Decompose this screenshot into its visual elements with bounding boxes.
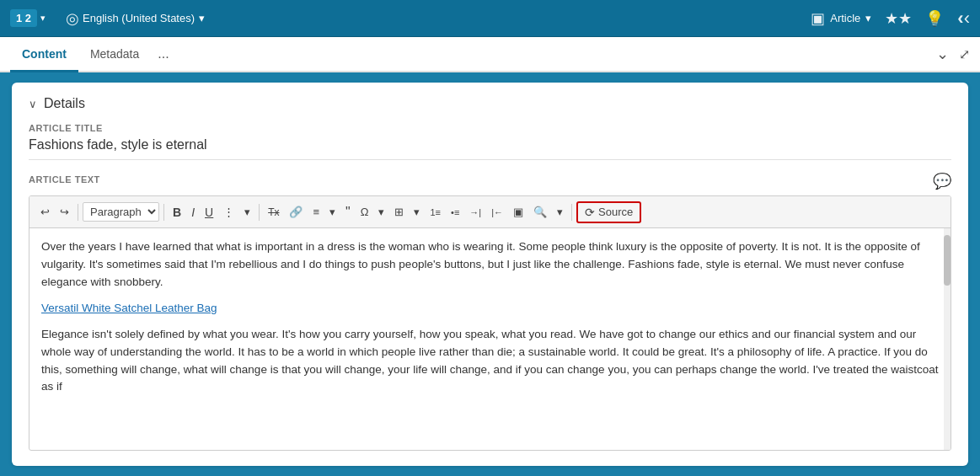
content-card: ∨ Details ARTICLE TITLE Fashions fade, s… [12, 83, 968, 466]
unordered-list-button[interactable]: •≡ [447, 205, 463, 220]
details-header: ∨ Details [29, 96, 951, 111]
italic-button[interactable]: I [187, 203, 199, 222]
italic-icon: I [191, 206, 195, 219]
article-selector[interactable]: ▣ Article ▾ [811, 9, 871, 28]
top-bar: 1 2 ▾ ◎ English (United States) ▾ ▣ Arti… [0, 0, 980, 37]
tab-content[interactable]: Content [10, 37, 78, 72]
indent-button[interactable]: →| [465, 205, 485, 220]
page-chevron-icon[interactable]: ▾ [40, 13, 46, 24]
ordered-list-button[interactable]: 1≡ [426, 205, 445, 220]
link-button[interactable]: 🔗 [285, 203, 307, 221]
clear-format-button[interactable]: Tx [264, 204, 283, 221]
rich-text-editor: ↩ ↪ Paragraph B I U ⋮ ▾ Tx 🔗 ≡ ▾ " Ω ▾ [29, 195, 951, 451]
outdent-button[interactable]: |← [487, 205, 507, 220]
find-chevron-button[interactable]: ▾ [553, 203, 567, 221]
article-title-value[interactable]: Fashions fade, style is eternal [29, 137, 951, 160]
special-chars-button[interactable]: Ω [356, 203, 373, 221]
align-button[interactable]: ≡ [308, 203, 324, 221]
tabs-bar-right: ⌄ ⤢ [936, 37, 970, 71]
article-link[interactable]: Versatil White Satchel Leather Bag [41, 302, 217, 314]
editor-paragraph-1: Over the years I have learned that what … [41, 238, 939, 291]
align-chevron-button[interactable]: ▾ [325, 203, 340, 221]
block-button[interactable]: ▣ [509, 203, 527, 221]
toolbar-divider-3 [259, 204, 260, 221]
source-label: Source [598, 206, 633, 218]
bulb-icon[interactable]: 💡 [925, 9, 944, 28]
blockquote-button[interactable]: " [341, 202, 355, 222]
editor-body[interactable]: Over the years I have learned that what … [29, 228, 951, 450]
table-button[interactable]: ⊞ [390, 203, 408, 221]
article-chevron-icon: ▾ [865, 12, 871, 24]
toolbar-divider-1 [78, 204, 78, 221]
underline-button[interactable]: U [201, 203, 217, 222]
article-title-field: ARTICLE TITLE Fashions fade, style is et… [29, 123, 951, 160]
bold-button[interactable]: B [169, 203, 185, 222]
language-selector[interactable]: English (United States) ▾ [83, 12, 205, 24]
globe-icon: ◎ [66, 9, 79, 28]
editor-toolbar: ↩ ↪ Paragraph B I U ⋮ ▾ Tx 🔗 ≡ ▾ " Ω ▾ [29, 196, 951, 228]
tab-more-label: ... [158, 46, 169, 62]
scroll-thumb[interactable] [944, 235, 951, 286]
page-number[interactable]: 1 2 [10, 9, 37, 27]
comment-icon[interactable]: 💬 [933, 172, 951, 190]
tab-content-label: Content [22, 47, 67, 61]
more-formats-button[interactable]: ⋮ [219, 203, 238, 221]
top-bar-right: ▣ Article ▾ ★ 💡 ‹ [811, 8, 970, 29]
source-icon: ⟳ [585, 206, 595, 219]
undo-button[interactable]: ↩ [36, 203, 54, 221]
article-text-label-row: ARTICLE TEXT 💬 [29, 172, 951, 190]
paragraph-style-select[interactable]: Paragraph [83, 202, 159, 222]
source-button[interactable]: ⟳ Source [576, 201, 641, 223]
language-chevron-icon: ▾ [199, 12, 205, 24]
bold-icon: B [173, 206, 181, 219]
favorite-icon[interactable]: ★ [885, 9, 912, 28]
main-content: ∨ Details ARTICLE TITLE Fashions fade, s… [0, 72, 980, 476]
tabs-bar: Content Metadata ... ⌄ ⤢ [0, 37, 980, 72]
tab-metadata[interactable]: Metadata [78, 37, 151, 72]
table-chevron-button[interactable]: ▾ [410, 203, 424, 221]
more-formats-chevron-button[interactable]: ▾ [240, 203, 254, 221]
collapse-icon[interactable]: ⌄ [936, 45, 949, 63]
editor-scrollbar[interactable] [944, 228, 951, 450]
toolbar-divider-4 [571, 204, 572, 221]
special-chars-chevron-button[interactable]: ▾ [374, 203, 388, 221]
article-label: Article [830, 12, 860, 24]
underline-icon: U [205, 206, 213, 219]
details-title: Details [44, 96, 85, 111]
article-title-label: ARTICLE TITLE [29, 123, 951, 133]
editor-paragraph-2: Elegance isn't solely defined by what yo… [41, 326, 939, 397]
details-collapse-icon[interactable]: ∨ [29, 98, 37, 110]
article-text-label: ARTICLE TEXT [29, 174, 100, 185]
redo-button[interactable]: ↪ [56, 203, 73, 221]
top-bar-left: 1 2 ▾ ◎ English (United States) ▾ [10, 9, 804, 28]
find-button[interactable]: 🔍 [529, 203, 551, 221]
tab-more[interactable]: ... [151, 37, 175, 71]
editor-paragraph-link: Versatil White Satchel Leather Bag [41, 300, 939, 318]
expand-icon[interactable]: ⤢ [959, 46, 970, 62]
tab-metadata-label: Metadata [90, 47, 139, 61]
toolbar-divider-2 [163, 204, 164, 221]
article-page-icon: ▣ [811, 9, 825, 28]
language-label: English (United States) [83, 12, 195, 24]
back-icon[interactable]: ‹ [957, 8, 970, 29]
